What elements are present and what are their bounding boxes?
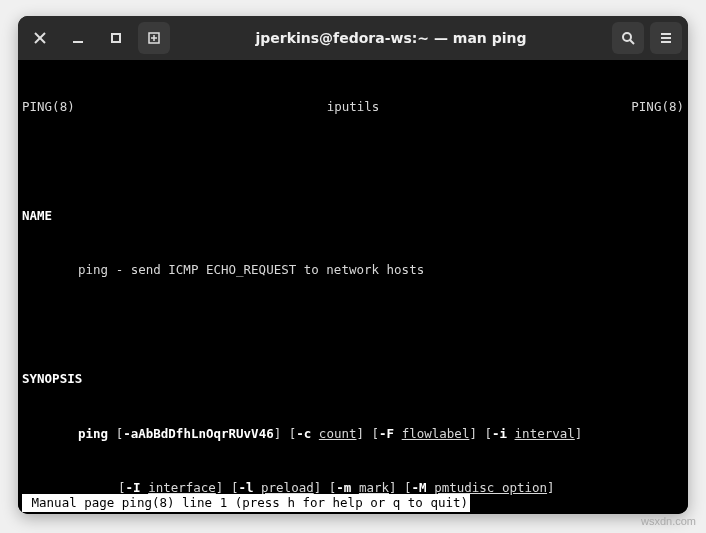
synopsis-line: ping [-aAbBdDfhLnOqrRUvV46] [-c count] [… [22,425,684,443]
section-synopsis: SYNOPSIS [22,370,684,388]
maximize-button[interactable] [100,22,132,54]
svg-line-8 [630,40,634,44]
svg-point-7 [623,33,631,41]
man-header: PING(8) iputils PING(8) [22,98,684,116]
header-right: PING(8) [631,98,684,116]
minimize-button[interactable] [62,22,94,54]
new-tab-button[interactable] [138,22,170,54]
watermark: wsxdn.com [641,515,696,527]
terminal-content[interactable]: PING(8) iputils PING(8) NAME ping - send… [18,60,688,514]
titlebar: jperkins@fedora-ws:~ — man ping [18,16,688,60]
svg-rect-3 [112,34,120,42]
search-button[interactable] [612,22,644,54]
pager-status-line: Manual page ping(8) line 1 (press h for … [22,494,470,512]
header-center: iputils [75,98,632,116]
terminal-window: jperkins@fedora-ws:~ — man ping PING(8) … [18,16,688,514]
section-name: NAME [22,207,684,225]
header-left: PING(8) [22,98,75,116]
window-title: jperkins@fedora-ws:~ — man ping [176,30,606,46]
name-line: ping - send ICMP ECHO_REQUEST to network… [22,261,684,279]
close-button[interactable] [24,22,56,54]
menu-button[interactable] [650,22,682,54]
